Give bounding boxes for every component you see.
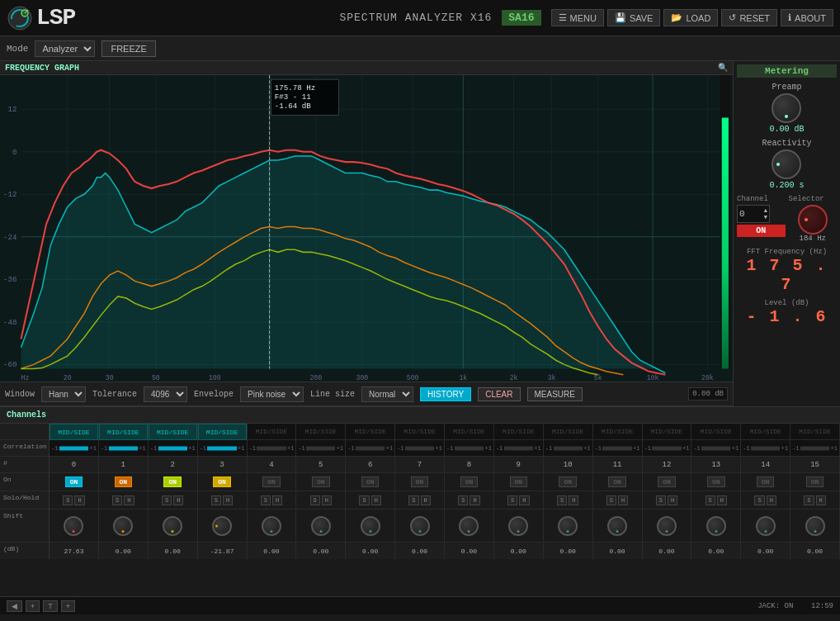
midside-btn-3[interactable]: MID/SIDE [198,424,247,440]
solo-button-11[interactable]: S [606,495,616,505]
linesize-select[interactable]: Normal [361,386,413,402]
midside-btn-11[interactable]: MID/SIDE [593,424,642,440]
shift-knob-3[interactable] [212,516,232,536]
on-button-15[interactable]: ON [806,476,824,487]
solo-button-6[interactable]: S [359,495,369,505]
frequency-graph[interactable]: 12 0 -12 -24 -36 -48 -60 Hz 20 30 50 100… [0,75,733,382]
shift-knob-11[interactable] [607,516,627,536]
tolerance-select[interactable]: 4096 [144,386,187,402]
solo-button-9[interactable]: S [507,495,517,505]
preamp-knob[interactable] [772,93,801,123]
channel-input[interactable]: 0 ▲ ▼ [737,205,770,223]
shift-knob-6[interactable] [361,516,380,536]
hold-button-8[interactable]: H [470,495,479,505]
midside-btn-14[interactable]: MID/SIDE [741,424,790,440]
hold-button-9[interactable]: H [519,495,529,505]
on-button-5[interactable]: ON [312,476,330,487]
on-button-13[interactable]: ON [707,476,725,487]
graph-zoom-icon[interactable]: 🔍 [718,63,728,73]
shift-knob-1[interactable] [113,516,133,536]
footer-plus-button[interactable]: + [61,600,75,612]
hold-button-11[interactable]: H [618,495,628,505]
shift-knob-14[interactable] [756,516,776,536]
on-button-11[interactable]: ON [608,476,626,487]
shift-knob-4[interactable] [262,516,281,536]
midside-btn-4[interactable]: MID/SIDE [248,424,296,440]
on-button-1[interactable]: ON [115,476,133,487]
menu-button[interactable]: ☰ MENU [551,9,604,26]
hold-button-10[interactable]: H [569,495,578,505]
midside-btn-13[interactable]: MID/SIDE [691,424,740,440]
on-button-8[interactable]: ON [460,476,479,487]
midside-btn-12[interactable]: MID/SIDE [643,424,691,440]
footer-prev-button[interactable]: ◀ [7,600,22,612]
hold-button-6[interactable]: H [371,495,381,505]
hold-button-2[interactable]: H [173,495,183,505]
hold-button-7[interactable]: H [421,495,431,505]
selector-knob[interactable] [798,205,828,235]
footer-t-button[interactable]: T [43,600,58,612]
shift-knob-2[interactable] [163,516,182,536]
measure-button[interactable]: MEASURE [527,387,583,401]
midside-btn-10[interactable]: MID/SIDE [544,424,592,440]
on-button-6[interactable]: ON [361,476,380,487]
save-button[interactable]: 💾 SAVE [607,9,661,26]
on-button-10[interactable]: ON [559,476,577,487]
solo-button-5[interactable]: S [310,495,320,505]
midside-btn-6[interactable]: MID/SIDE [346,424,394,440]
on-button-0[interactable]: ON [65,476,83,487]
hold-button-3[interactable]: H [223,495,233,505]
on-button-7[interactable]: ON [411,476,429,487]
on-button-9[interactable]: ON [510,476,528,487]
midside-btn-2[interactable]: MID/SIDE [149,424,197,440]
about-button[interactable]: ℹ ABOUT [781,9,833,26]
shift-knob-8[interactable] [459,516,479,536]
solo-button-4[interactable]: S [261,495,271,505]
midside-btn-0[interactable]: MID/SIDE [50,424,98,440]
hold-button-0[interactable]: H [74,495,84,505]
hold-button-14[interactable]: H [767,495,776,505]
midside-btn-8[interactable]: MID/SIDE [445,424,493,440]
midside-btn-15[interactable]: MID/SIDE [790,424,839,440]
load-button[interactable]: 📂 LOAD [663,9,718,26]
hold-button-15[interactable]: H [816,495,826,505]
channel-down-arrow[interactable]: ▼ [764,214,767,220]
shift-knob-10[interactable] [558,516,578,536]
hold-button-5[interactable]: H [322,495,332,505]
envelope-select[interactable]: Pink noise [240,386,304,402]
solo-button-12[interactable]: S [656,495,666,505]
reset-button[interactable]: ↺ RESET [721,9,777,26]
history-button[interactable]: HISTORY [420,387,471,401]
on-button-14[interactable]: ON [757,476,775,487]
on-button-4[interactable]: ON [262,476,281,487]
solo-button-14[interactable]: S [754,495,764,505]
midside-btn-1[interactable]: MID/SIDE [99,424,148,440]
shift-knob-0[interactable] [64,516,83,536]
solo-button-1[interactable]: S [112,495,122,505]
solo-button-8[interactable]: S [458,495,468,505]
hold-button-13[interactable]: H [717,495,727,505]
solo-button-0[interactable]: S [63,495,73,505]
shift-knob-13[interactable] [706,516,726,536]
shift-knob-15[interactable] [805,516,825,536]
channel-on-button[interactable]: ON [737,225,786,237]
clear-button[interactable]: CLEAR [478,387,520,401]
shift-knob-9[interactable] [508,516,528,536]
solo-button-2[interactable]: S [162,495,172,505]
midside-btn-5[interactable]: MID/SIDE [296,424,345,440]
on-button-2[interactable]: ON [163,476,182,487]
shift-knob-5[interactable] [311,516,331,536]
on-button-12[interactable]: ON [658,476,676,487]
window-select[interactable]: Hann [41,386,86,402]
midside-btn-9[interactable]: MID/SIDE [494,424,543,440]
channel-up-arrow[interactable]: ▲ [764,207,767,214]
hold-button-4[interactable]: H [272,495,282,505]
solo-button-13[interactable]: S [706,495,715,505]
solo-button-3[interactable]: S [211,495,221,505]
hold-button-1[interactable]: H [124,495,134,505]
reactivity-knob[interactable] [772,149,801,179]
solo-button-10[interactable]: S [557,495,567,505]
shift-knob-12[interactable] [657,516,677,536]
hold-button-12[interactable]: H [668,495,677,505]
on-button-3[interactable]: ON [213,476,231,487]
